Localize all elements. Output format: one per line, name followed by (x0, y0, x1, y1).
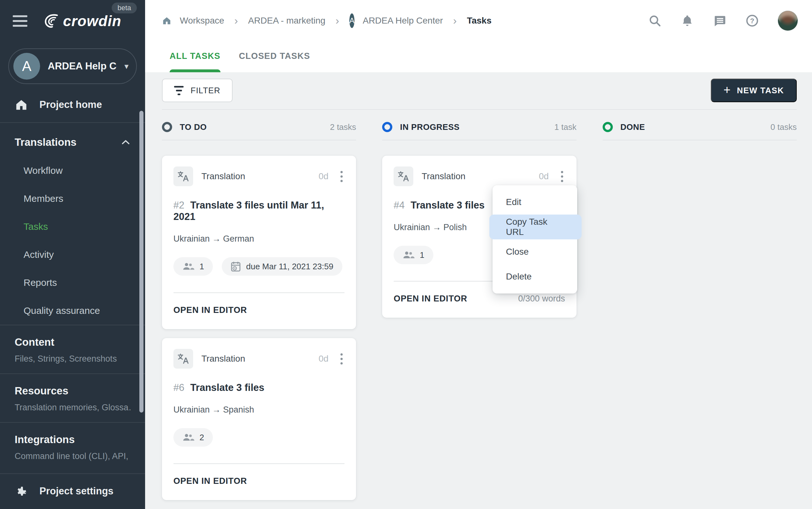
messages-icon[interactable] (713, 14, 727, 28)
task-age: 0d (539, 171, 549, 181)
tasks-content: FILTER + NEW TASK TO DO 2 tasks (145, 72, 812, 509)
section-label: Content (14, 336, 131, 348)
assignees-count: 2 (200, 433, 204, 442)
filter-icon (174, 86, 184, 95)
task-id: #2 (173, 200, 184, 211)
tab-all-tasks[interactable]: ALL TASKS (162, 51, 228, 72)
tab-underline (239, 69, 310, 72)
sidebar-scrollbar[interactable] (139, 111, 143, 412)
menu-item-close[interactable]: Close (493, 239, 577, 264)
open-in-editor-button[interactable]: OPEN IN EDITOR (394, 294, 467, 304)
plus-icon: + (723, 84, 731, 96)
tab-label: CLOSED TASKS (239, 51, 310, 69)
chevron-right-icon: › (233, 14, 240, 27)
sidebar-item-quality-assurance[interactable]: Quality assurance (0, 297, 145, 325)
sidebar-section-resources[interactable]: Resources Translation memories, Glossa… (0, 374, 145, 422)
open-in-editor-button[interactable]: OPEN IN EDITOR (173, 305, 247, 315)
assignees-count: 1 (420, 250, 424, 260)
sidebar-item-label: Project settings (39, 485, 114, 497)
column-count: 2 tasks (330, 122, 356, 132)
task-title-text: Translate 3 files (190, 382, 264, 393)
chevron-right-icon: › (334, 14, 341, 27)
kebab-menu-icon[interactable] (339, 351, 345, 366)
card-footer: OPEN IN EDITOR (173, 464, 345, 500)
breadcrumb-project[interactable]: ARDEA Help Center (363, 15, 443, 26)
card-footer: OPEN IN EDITOR (173, 293, 345, 329)
people-icon (182, 262, 195, 271)
sidebar-item-members[interactable]: Members (0, 184, 145, 213)
menu-item-copy-task-url[interactable]: Copy Task URL (489, 214, 581, 239)
crowdin-logo[interactable]: crowdin (41, 11, 121, 31)
people-icon (402, 250, 415, 260)
assignees-badge: 1 (394, 246, 433, 264)
kebab-menu-icon[interactable] (339, 169, 345, 184)
card-header: Translation 0d (173, 167, 345, 186)
translate-icon (173, 167, 193, 186)
filter-button[interactable]: FILTER (162, 79, 233, 102)
done-status-icon (603, 122, 613, 132)
column-todo: TO DO 2 tasks (162, 122, 356, 509)
chevron-right-icon: › (451, 14, 459, 27)
column-cards: Translation 0d #2 Translate 3 files unti… (162, 140, 356, 500)
section-subtitle: Files, Strings, Screenshots (14, 354, 131, 364)
sidebar-item-reports[interactable]: Reports (0, 269, 145, 297)
section-label: Resources (14, 385, 131, 397)
sidebar-item-project-settings[interactable]: Project settings (0, 473, 145, 509)
sidebar-item-activity[interactable]: Activity (0, 241, 145, 269)
tab-closed-tasks[interactable]: CLOSED TASKS (231, 51, 318, 72)
chevron-down-icon: ▾ (125, 61, 129, 71)
search-icon[interactable] (648, 14, 662, 28)
task-type: Translation (422, 171, 465, 181)
menu-item-edit[interactable]: Edit (493, 190, 577, 214)
task-title: #6 Translate 3 files (173, 382, 345, 394)
home-icon (14, 98, 28, 111)
column-count: 1 task (554, 122, 576, 132)
menu-item-delete[interactable]: Delete (493, 264, 577, 289)
sidebar-section-integrations[interactable]: Integrations Command line tool (CLI), AP… (0, 423, 145, 471)
crowdin-logo-mark (41, 11, 61, 31)
task-badges: 2 (173, 428, 345, 447)
project-name: ARDEA Help Cen… (48, 61, 117, 72)
hamburger-menu-icon[interactable] (13, 15, 27, 27)
task-type: Translation (202, 354, 245, 364)
user-avatar[interactable] (778, 10, 798, 31)
task-title-text: Translate 3 files until Mar 11, 2021 (173, 200, 324, 222)
kebab-menu-icon[interactable] (559, 169, 565, 184)
beta-badge: beta (112, 3, 137, 13)
task-badges: 1 due Mar 11, 2021 23:59 (173, 257, 345, 276)
gear-icon (14, 484, 29, 498)
notifications-bell-icon[interactable] (680, 14, 694, 28)
help-icon[interactable]: ? (745, 14, 759, 28)
card-header: Translation 0d (173, 349, 345, 369)
task-card-2[interactable]: Translation 0d #2 Translate 3 files unti… (162, 156, 356, 329)
main-area: Workspace › ARDEA - marketing › A ARDEA … (145, 0, 812, 509)
sidebar-item-tasks[interactable]: Tasks (0, 213, 145, 241)
task-card-6[interactable]: Translation 0d #6 Translate 3 files Ukra… (162, 338, 356, 500)
new-task-button[interactable]: + NEW TASK (711, 79, 797, 102)
open-in-editor-button[interactable]: OPEN IN EDITOR (173, 476, 247, 486)
kanban-board: TO DO 2 tasks (162, 110, 797, 509)
task-title-text: Translate 3 files (411, 200, 485, 211)
column-header: IN PROGRESS 1 task (382, 122, 576, 140)
task-context-menu: Edit Copy Task URL Close Delete (493, 185, 577, 294)
toolbar: FILTER + NEW TASK (162, 72, 797, 110)
sidebar-section-content[interactable]: Content Files, Strings, Screenshots (0, 325, 145, 373)
sidebar-header: crowdin beta (0, 0, 145, 42)
project-selector[interactable]: A ARDEA Help Cen… ▾ (8, 48, 137, 84)
task-title: #2 Translate 3 files until Mar 11, 2021 (173, 200, 345, 223)
tabs-bar: ALL TASKS CLOSED TASKS (145, 41, 812, 72)
translate-icon (173, 349, 193, 369)
people-icon (182, 433, 195, 442)
translate-icon (394, 167, 413, 186)
breadcrumb-workspace[interactable]: Workspace (180, 15, 224, 26)
task-age: 0d (318, 171, 328, 181)
project-avatar: A (13, 53, 40, 79)
sidebar-section-translations[interactable]: Translations (0, 123, 145, 157)
due-date-badge: due Mar 11, 2021 23:59 (222, 257, 342, 276)
breadcrumb-org[interactable]: ARDEA - marketing (248, 15, 325, 26)
column-header: TO DO 2 tasks (162, 122, 356, 140)
sidebar-item-workflow[interactable]: Workflow (0, 157, 145, 184)
topbar: Workspace › ARDEA - marketing › A ARDEA … (145, 0, 812, 41)
home-icon[interactable] (162, 16, 172, 26)
sidebar-item-project-home[interactable]: Project home (0, 87, 145, 122)
